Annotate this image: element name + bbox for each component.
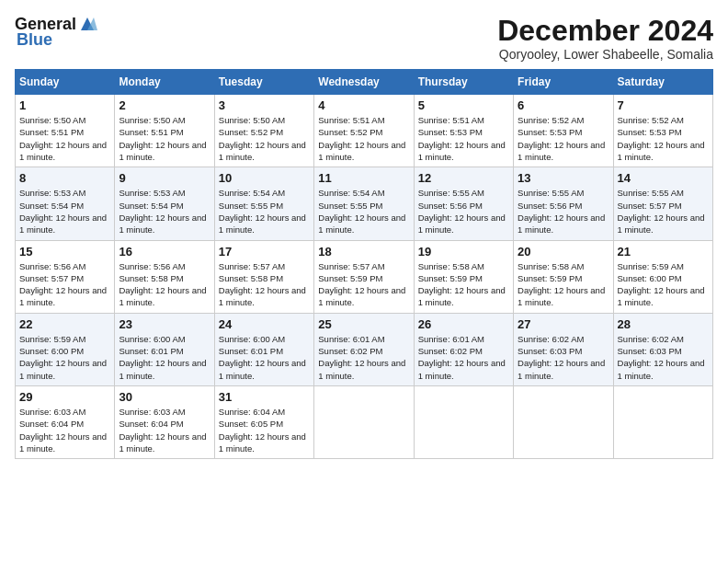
calendar-cell: 26 Sunrise: 6:01 AMSunset: 6:02 PMDaylig… (414, 313, 513, 385)
calendar-header-row: Sunday Monday Tuesday Wednesday Thursday… (16, 70, 713, 95)
day-number: 12 (418, 171, 509, 185)
day-number: 11 (318, 171, 409, 185)
day-info: Sunrise: 6:02 AMSunset: 6:03 PMDaylight:… (618, 334, 705, 381)
calendar-cell: 12 Sunrise: 5:55 AMSunset: 5:56 PMDaylig… (414, 167, 513, 240)
day-info: Sunrise: 5:53 AMSunset: 5:54 PMDaylight:… (19, 188, 107, 235)
day-info: Sunrise: 5:50 AMSunset: 5:51 PMDaylight:… (119, 115, 206, 162)
page-header: General Blue December 2024 Qoryooley, Lo… (15, 15, 713, 62)
calendar-week-3: 15 Sunrise: 5:56 AMSunset: 5:57 PMDaylig… (16, 240, 713, 313)
calendar-cell (514, 385, 613, 458)
day-number: 1 (19, 98, 110, 112)
col-wednesday: Wednesday (314, 70, 414, 95)
calendar-cell (613, 385, 712, 458)
day-info: Sunrise: 5:50 AMSunset: 5:52 PMDaylight:… (219, 115, 306, 162)
col-friday: Friday (514, 70, 613, 95)
day-info: Sunrise: 5:54 AMSunset: 5:55 PMDaylight:… (219, 188, 306, 235)
day-number: 22 (19, 317, 110, 331)
calendar-cell: 11 Sunrise: 5:54 AMSunset: 5:55 PMDaylig… (314, 167, 414, 240)
calendar-cell: 15 Sunrise: 5:56 AMSunset: 5:57 PMDaylig… (16, 240, 115, 313)
calendar-cell: 22 Sunrise: 5:59 AMSunset: 6:00 PMDaylig… (16, 313, 115, 385)
calendar-week-5: 29 Sunrise: 6:03 AMSunset: 6:04 PMDaylig… (16, 385, 713, 458)
calendar-cell: 3 Sunrise: 5:50 AMSunset: 5:52 PMDayligh… (214, 95, 313, 167)
day-info: Sunrise: 5:58 AMSunset: 5:59 PMDaylight:… (418, 261, 506, 308)
day-number: 29 (19, 390, 110, 404)
calendar-cell: 16 Sunrise: 5:56 AMSunset: 5:58 PMDaylig… (115, 240, 214, 313)
day-number: 10 (219, 171, 310, 185)
day-info: Sunrise: 6:03 AMSunset: 6:04 PMDaylight:… (119, 407, 206, 454)
calendar-cell: 30 Sunrise: 6:03 AMSunset: 6:04 PMDaylig… (115, 385, 214, 458)
calendar-cell: 28 Sunrise: 6:02 AMSunset: 6:03 PMDaylig… (613, 313, 712, 385)
calendar-cell: 21 Sunrise: 5:59 AMSunset: 6:00 PMDaylig… (613, 240, 712, 313)
calendar: Sunday Monday Tuesday Wednesday Thursday… (15, 69, 713, 459)
day-number: 24 (219, 317, 310, 331)
day-info: Sunrise: 5:51 AMSunset: 5:52 PMDaylight:… (318, 115, 405, 162)
day-info: Sunrise: 5:52 AMSunset: 5:53 PMDaylight:… (618, 115, 705, 162)
day-info: Sunrise: 6:01 AMSunset: 6:02 PMDaylight:… (318, 334, 405, 381)
calendar-cell: 14 Sunrise: 5:55 AMSunset: 5:57 PMDaylig… (613, 167, 712, 240)
day-number: 14 (618, 171, 709, 185)
calendar-cell: 24 Sunrise: 6:00 AMSunset: 6:01 PMDaylig… (214, 313, 313, 385)
day-info: Sunrise: 5:57 AMSunset: 5:58 PMDaylight:… (219, 261, 306, 308)
day-info: Sunrise: 6:03 AMSunset: 6:04 PMDaylight:… (19, 407, 107, 454)
calendar-cell: 1 Sunrise: 5:50 AMSunset: 5:51 PMDayligh… (16, 95, 115, 167)
title-block: December 2024 Qoryooley, Lower Shabeelle… (497, 15, 713, 62)
calendar-cell: 25 Sunrise: 6:01 AMSunset: 6:02 PMDaylig… (314, 313, 414, 385)
day-info: Sunrise: 5:55 AMSunset: 5:57 PMDaylight:… (618, 188, 705, 235)
day-info: Sunrise: 5:54 AMSunset: 5:55 PMDaylight:… (318, 188, 405, 235)
day-info: Sunrise: 5:57 AMSunset: 5:59 PMDaylight:… (318, 261, 405, 308)
day-number: 6 (518, 98, 609, 112)
day-number: 4 (318, 98, 409, 112)
calendar-week-2: 8 Sunrise: 5:53 AMSunset: 5:54 PMDayligh… (16, 167, 713, 240)
day-number: 25 (318, 317, 409, 331)
calendar-cell: 8 Sunrise: 5:53 AMSunset: 5:54 PMDayligh… (16, 167, 115, 240)
day-number: 2 (119, 98, 210, 112)
day-number: 18 (318, 245, 409, 259)
col-sunday: Sunday (16, 70, 115, 95)
day-number: 21 (618, 245, 709, 259)
day-info: Sunrise: 5:55 AMSunset: 5:56 PMDaylight:… (418, 188, 506, 235)
calendar-cell: 4 Sunrise: 5:51 AMSunset: 5:52 PMDayligh… (314, 95, 414, 167)
day-number: 30 (119, 390, 210, 404)
day-info: Sunrise: 5:55 AMSunset: 5:56 PMDaylight:… (518, 188, 605, 235)
day-info: Sunrise: 5:56 AMSunset: 5:58 PMDaylight:… (119, 261, 206, 308)
day-number: 7 (618, 98, 709, 112)
day-info: Sunrise: 6:04 AMSunset: 6:05 PMDaylight:… (219, 407, 306, 454)
day-info: Sunrise: 5:56 AMSunset: 5:57 PMDaylight:… (19, 261, 107, 308)
day-info: Sunrise: 6:02 AMSunset: 6:03 PMDaylight:… (518, 334, 605, 381)
day-info: Sunrise: 6:00 AMSunset: 6:01 PMDaylight:… (219, 334, 306, 381)
day-info: Sunrise: 5:50 AMSunset: 5:51 PMDaylight:… (19, 115, 107, 162)
day-number: 26 (418, 317, 509, 331)
calendar-cell: 29 Sunrise: 6:03 AMSunset: 6:04 PMDaylig… (16, 385, 115, 458)
day-info: Sunrise: 5:52 AMSunset: 5:53 PMDaylight:… (518, 115, 605, 162)
day-number: 31 (219, 390, 310, 404)
day-info: Sunrise: 6:00 AMSunset: 6:01 PMDaylight:… (119, 334, 206, 381)
day-number: 15 (19, 245, 110, 259)
calendar-cell: 5 Sunrise: 5:51 AMSunset: 5:53 PMDayligh… (414, 95, 513, 167)
calendar-week-1: 1 Sunrise: 5:50 AMSunset: 5:51 PMDayligh… (16, 95, 713, 167)
day-number: 23 (119, 317, 210, 331)
calendar-cell: 27 Sunrise: 6:02 AMSunset: 6:03 PMDaylig… (514, 313, 613, 385)
calendar-cell: 17 Sunrise: 5:57 AMSunset: 5:58 PMDaylig… (214, 240, 313, 313)
day-number: 27 (518, 317, 609, 331)
day-number: 16 (119, 245, 210, 259)
calendar-week-4: 22 Sunrise: 5:59 AMSunset: 6:00 PMDaylig… (16, 313, 713, 385)
day-number: 17 (219, 245, 310, 259)
calendar-cell: 31 Sunrise: 6:04 AMSunset: 6:05 PMDaylig… (214, 385, 313, 458)
month-title: December 2024 (497, 15, 713, 47)
calendar-cell (414, 385, 513, 458)
day-info: Sunrise: 5:59 AMSunset: 6:00 PMDaylight:… (618, 261, 705, 308)
day-number: 3 (219, 98, 310, 112)
calendar-cell: 6 Sunrise: 5:52 AMSunset: 5:53 PMDayligh… (514, 95, 613, 167)
col-saturday: Saturday (613, 70, 712, 95)
day-number: 9 (119, 171, 210, 185)
col-thursday: Thursday (414, 70, 513, 95)
day-info: Sunrise: 5:53 AMSunset: 5:54 PMDaylight:… (119, 188, 206, 235)
day-number: 8 (19, 171, 110, 185)
calendar-cell (314, 385, 414, 458)
calendar-cell: 7 Sunrise: 5:52 AMSunset: 5:53 PMDayligh… (613, 95, 712, 167)
calendar-cell: 9 Sunrise: 5:53 AMSunset: 5:54 PMDayligh… (115, 167, 214, 240)
calendar-cell: 20 Sunrise: 5:58 AMSunset: 5:59 PMDaylig… (514, 240, 613, 313)
day-info: Sunrise: 5:59 AMSunset: 6:00 PMDaylight:… (19, 334, 107, 381)
logo: General Blue (15, 15, 97, 50)
day-number: 5 (418, 98, 509, 112)
